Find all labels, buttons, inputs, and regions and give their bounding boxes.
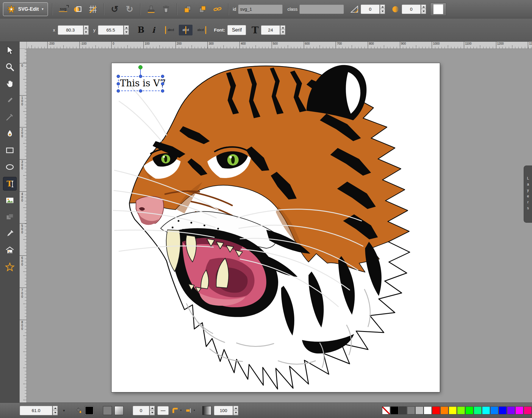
undo-button[interactable]: ↺ — [108, 3, 121, 16]
angle-spinner[interactable] — [380, 4, 385, 14]
angle-input[interactable] — [361, 4, 380, 14]
palette-swatch[interactable] — [499, 406, 507, 414]
redo-button[interactable]: ↻ — [123, 3, 136, 16]
stroke-dash-select[interactable]: — — [157, 406, 169, 415]
image-tool-button[interactable] — [3, 194, 17, 207]
palette-swatch[interactable] — [440, 406, 448, 414]
path-tool-button[interactable] — [3, 127, 17, 141]
star-tool-button[interactable] — [3, 260, 17, 274]
palette-swatch[interactable] — [524, 406, 532, 414]
palette-swatch[interactable] — [465, 406, 473, 414]
layers-panel-toggle[interactable]: Layers — [524, 166, 532, 223]
ruler-number: 600 — [20, 255, 26, 288]
font-size-input[interactable] — [261, 25, 280, 35]
palette-swatch[interactable] — [490, 406, 498, 414]
palette-swatch[interactable] — [382, 406, 390, 414]
palette-swatch[interactable] — [457, 406, 465, 414]
pen-nib-icon — [5, 129, 15, 138]
selection-handle-ne[interactable] — [161, 75, 164, 78]
rotate-handle[interactable] — [138, 65, 143, 69]
zoom-tool-button[interactable] — [3, 60, 17, 74]
zoom-input[interactable] — [20, 406, 52, 415]
text-x-input[interactable] — [58, 25, 83, 35]
dash-style-icon: — — [161, 408, 165, 413]
opacity-swatch[interactable] — [202, 406, 211, 415]
main-menu-button[interactable]: SVG-Edit ▼ — [3, 2, 48, 16]
blur-spinner[interactable] — [421, 4, 426, 14]
stroke-width-spinner[interactable] — [150, 406, 155, 415]
tiger-image[interactable] — [112, 63, 440, 392]
svg-canvas[interactable]: This is V7 — [112, 63, 440, 392]
linecap-button[interactable]: ▼ — [185, 405, 195, 416]
italic-button[interactable]: i — [149, 26, 158, 35]
palette-swatch[interactable] — [390, 406, 398, 414]
background-color-swatch — [433, 4, 443, 14]
palette-swatch[interactable] — [507, 406, 515, 414]
eyedropper-icon — [5, 229, 15, 238]
x-spinner[interactable] — [84, 25, 89, 35]
pan-tool-button[interactable] — [3, 77, 17, 91]
opacity-spinner[interactable] — [233, 406, 238, 415]
document-properties-button[interactable] — [71, 3, 85, 16]
selection-handle-e[interactable] — [161, 82, 164, 85]
palette-swatch[interactable] — [515, 406, 523, 414]
bold-button[interactable]: B — [135, 25, 147, 35]
selection-handle-w[interactable] — [117, 82, 120, 85]
palette-swatch[interactable] — [424, 406, 432, 414]
opacity-input[interactable] — [214, 406, 233, 415]
element-id-input[interactable] — [238, 4, 283, 14]
pencil-icon — [5, 96, 15, 105]
eyedropper-tool-button[interactable] — [3, 227, 17, 241]
palette-swatch[interactable] — [399, 406, 407, 414]
zoom-dropdown-button[interactable]: ▼ — [60, 406, 68, 415]
selection-box — [118, 76, 163, 91]
pencil-tool-button[interactable] — [3, 93, 17, 107]
rect-tool-button[interactable] — [3, 144, 17, 157]
select-tool-button[interactable] — [3, 43, 17, 57]
source-editor-button[interactable]: svg — [57, 3, 70, 16]
palette-swatch[interactable] — [407, 406, 415, 414]
palette-swatch[interactable] — [432, 406, 440, 414]
stroke-color-swatch[interactable] — [103, 406, 112, 415]
move-to-bottom-button[interactable] — [181, 3, 194, 16]
font-family-button[interactable]: Serif — [227, 25, 246, 35]
palette-swatch[interactable] — [474, 406, 482, 414]
move-to-top-button[interactable] — [196, 3, 209, 16]
y-spinner[interactable] — [124, 25, 129, 35]
line-tool-button[interactable] — [3, 110, 17, 124]
angle-field — [361, 4, 385, 14]
text-anchor-middle-button[interactable]: abcd — [179, 25, 193, 35]
selection-handle-s[interactable] — [139, 89, 142, 93]
stroke-width-input[interactable] — [133, 406, 149, 415]
blur-input[interactable] — [402, 4, 421, 14]
workspace[interactable]: This is V7 — [27, 49, 532, 403]
text-anchor-end-button[interactable]: abcd — [194, 25, 207, 35]
text-tool-button[interactable]: T — [3, 177, 17, 191]
selection-handle-nw[interactable] — [117, 75, 120, 78]
selection-handle-se[interactable] — [161, 89, 164, 93]
zoom-spinner[interactable] — [53, 406, 58, 415]
text-y-input[interactable] — [98, 25, 123, 35]
shapes-tool-button[interactable] — [3, 210, 17, 224]
paint-type-swatch[interactable] — [115, 406, 123, 415]
element-class-input[interactable] — [299, 4, 344, 14]
canvas-background-button[interactable] — [430, 3, 446, 16]
font-size-spinner[interactable] — [280, 25, 285, 35]
linejoin-button[interactable]: ▼ — [171, 405, 182, 416]
library-tool-button[interactable] — [3, 244, 17, 257]
selection-handle-n[interactable] — [139, 75, 142, 78]
palette-swatch[interactable] — [449, 406, 457, 414]
toolbar-separator — [140, 3, 140, 15]
link-button[interactable] — [211, 3, 224, 16]
editor-preferences-button[interactable] — [86, 3, 99, 16]
bottom-toolbar: ▼ — ▼ ▼ — [0, 403, 532, 418]
palette-swatch[interactable] — [482, 406, 490, 414]
text-anchor-start-button[interactable]: abcd — [164, 25, 178, 35]
selection-handle-sw[interactable] — [117, 89, 120, 93]
ellipse-tool-button[interactable] — [3, 160, 17, 174]
caret-down-icon: ▼ — [193, 409, 195, 412]
clone-button[interactable] — [145, 3, 158, 16]
palette-swatch[interactable] — [415, 406, 423, 414]
fill-color-swatch[interactable] — [85, 406, 94, 415]
delete-button[interactable] — [159, 3, 173, 16]
